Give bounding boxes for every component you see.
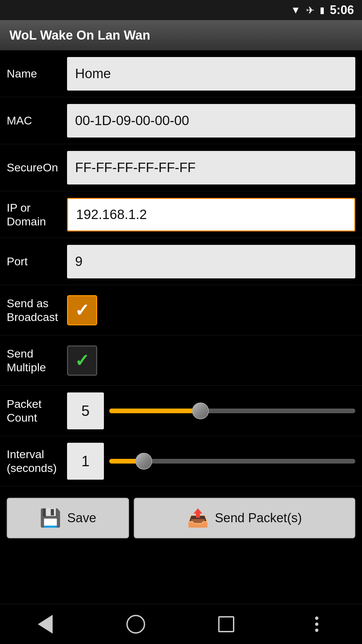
recents-button[interactable]	[213, 611, 240, 638]
battery-icon: ▮	[320, 5, 324, 15]
secureon-row: SecureOn	[0, 144, 362, 191]
packet-count-slider[interactable]	[109, 401, 355, 421]
mac-input[interactable]	[67, 104, 355, 138]
port-label: Port	[0, 248, 67, 275]
home-button[interactable]	[122, 611, 149, 638]
name-row: Name	[0, 50, 362, 97]
multiple-checkmark: ✓	[75, 351, 89, 371]
packet-count-label: PacketCount	[0, 390, 67, 431]
packet-count-value: 5	[67, 392, 104, 429]
broadcast-checkmark: ✓	[75, 300, 89, 320]
secureon-label: SecureOn	[0, 154, 67, 181]
save-icon: 💾	[40, 508, 61, 528]
send-packet-button[interactable]: 📤 Send Packet(s)	[134, 498, 355, 538]
secureon-input[interactable]	[67, 151, 355, 184]
interval-label: Interval(seconds)	[0, 441, 67, 482]
name-label: Name	[0, 60, 67, 87]
packet-slider-thumb[interactable]	[192, 402, 209, 419]
save-button[interactable]: 💾 Save	[7, 498, 129, 538]
back-icon	[38, 615, 53, 634]
name-input[interactable]	[67, 57, 355, 91]
broadcast-checkbox[interactable]: ✓	[67, 295, 97, 325]
action-buttons: 💾 Save 📤 Send Packet(s)	[0, 490, 362, 546]
packet-count-row: PacketCount 5	[0, 386, 362, 436]
more-icon	[315, 616, 318, 632]
app-header: WoL Wake On Lan Wan	[0, 20, 362, 50]
multiple-row: SendMultiple ✓	[0, 335, 362, 386]
ip-row: IP orDomain	[0, 191, 362, 238]
save-label: Save	[67, 511, 97, 525]
status-bar: ▼ ✈ ▮ 5:06	[0, 0, 362, 20]
back-button[interactable]	[32, 611, 59, 638]
app-title: WoL Wake On Lan Wan	[9, 28, 150, 43]
ip-label: IP orDomain	[0, 194, 67, 235]
interval-row: Interval(seconds) 1	[0, 436, 362, 486]
interval-value: 1	[67, 443, 104, 480]
send-icon: 📤	[187, 508, 209, 528]
more-button[interactable]	[303, 611, 330, 638]
form-area: Name MAC SecureOn IP orDomain Port Send …	[0, 50, 362, 604]
airplane-icon: ✈	[306, 4, 314, 16]
multiple-checkbox[interactable]: ✓	[67, 345, 97, 376]
port-row: Port	[0, 238, 362, 285]
status-icons: ▼ ✈ ▮ 5:06	[291, 3, 354, 17]
interval-slider[interactable]	[109, 451, 355, 471]
mac-row: MAC	[0, 97, 362, 144]
status-time: 5:06	[330, 3, 354, 17]
send-label: Send Packet(s)	[215, 511, 302, 525]
port-input[interactable]	[67, 245, 355, 278]
broadcast-row: Send asBroadcast ✓	[0, 285, 362, 335]
ip-input[interactable]	[67, 198, 355, 231]
nav-bar	[0, 604, 362, 644]
broadcast-label: Send asBroadcast	[0, 290, 67, 331]
home-icon	[126, 615, 145, 634]
packet-slider-fill	[109, 409, 200, 413]
mac-label: MAC	[0, 107, 67, 134]
multiple-label: SendMultiple	[0, 340, 67, 381]
recents-icon	[218, 616, 234, 632]
interval-slider-thumb[interactable]	[135, 453, 152, 470]
wifi-icon: ▼	[291, 4, 301, 16]
